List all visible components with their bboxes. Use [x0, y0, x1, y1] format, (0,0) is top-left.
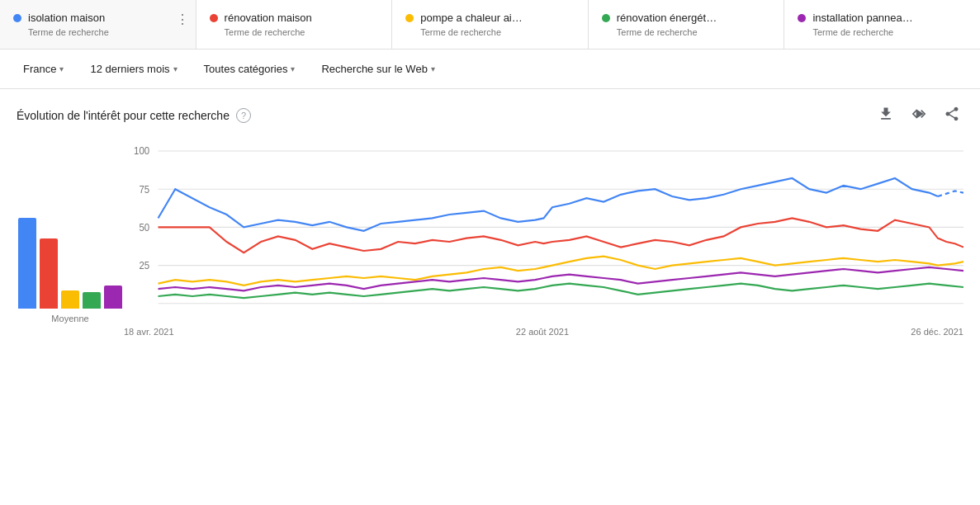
filter-type[interactable]: Recherche sur le Web ▾: [311, 58, 444, 80]
x-label-1: 18 avr. 2021: [124, 327, 174, 337]
term-label-4: Terme de recherche: [617, 27, 771, 37]
average-label: Moyenne: [51, 314, 88, 323]
embed-button[interactable]: [907, 102, 930, 129]
x-label-3: 26 déc. 2021: [911, 327, 963, 337]
term-name-5: installation pannea…: [812, 12, 912, 24]
share-button[interactable]: [940, 102, 963, 129]
term-label-3: Terme de recherche: [420, 27, 575, 37]
chevron-country: ▾: [59, 64, 64, 73]
search-term-item-4[interactable]: rénovation énergét… Terme de recherche: [589, 0, 785, 49]
search-term-item-2[interactable]: rénovation maison Terme de recherche: [196, 0, 393, 49]
chart-left: Moyenne: [17, 142, 124, 340]
term-label-1: Terme de recherche: [28, 27, 182, 37]
chart-area: Moyenne 100 75 50 25: [17, 142, 963, 340]
filter-period[interactable]: 12 derniers mois ▾: [80, 58, 187, 80]
svg-text:25: 25: [139, 260, 149, 271]
search-term-item-1[interactable]: isolation maison Terme de recherche ⋮: [0, 0, 196, 49]
filter-country[interactable]: France ▾: [13, 58, 73, 80]
mini-bar-3: [61, 290, 79, 309]
filter-category[interactable]: Toutes catégories ▾: [194, 58, 305, 80]
dot-3: [405, 14, 414, 22]
mini-bar-2: [40, 238, 58, 309]
svg-text:100: 100: [134, 145, 149, 156]
filter-type-label: Recherche sur le Web: [321, 63, 427, 75]
filter-category-label: Toutes catégories: [204, 63, 288, 75]
download-button[interactable]: [874, 102, 897, 129]
filter-country-label: France: [23, 63, 56, 75]
mini-bar-4: [83, 292, 101, 309]
term-label-5: Terme de recherche: [812, 27, 967, 37]
filter-period-label: 12 derniers mois: [90, 63, 169, 75]
chart-title-row: Évolution de l'intérêt pour cette recher…: [17, 108, 251, 123]
more-icon-1[interactable]: ⋮: [176, 12, 189, 27]
term-name-2: rénovation maison: [225, 12, 312, 24]
dot-4: [602, 14, 610, 22]
x-labels: 18 avr. 2021 22 août 2021 26 déc. 2021: [124, 323, 963, 337]
chart-title: Évolution de l'intérêt pour cette recher…: [17, 109, 230, 122]
line-chart-svg: 100 75 50 25: [124, 142, 963, 323]
dot-1: [13, 14, 21, 22]
svg-text:75: 75: [139, 183, 149, 194]
svg-text:50: 50: [139, 221, 149, 232]
help-icon[interactable]: ?: [236, 108, 251, 123]
chevron-period: ▾: [173, 64, 178, 73]
chart-svg-container: 100 75 50 25: [124, 142, 963, 323]
search-term-item-5[interactable]: installation pannea… Terme de recherche: [784, 0, 980, 49]
dot-2: [210, 14, 218, 22]
search-term-item-3[interactable]: pompe a chaleur ai… Terme de recherche: [392, 0, 589, 49]
term-name-4: rénovation énergét…: [617, 12, 717, 24]
chevron-type: ▾: [431, 64, 435, 73]
chart-section: Évolution de l'intérêt pour cette recher…: [0, 89, 980, 353]
chevron-category: ▾: [291, 64, 295, 73]
chart-header: Évolution de l'intérêt pour cette recher…: [17, 102, 963, 129]
chart-right: 100 75 50 25: [124, 142, 963, 340]
search-terms-bar: isolation maison Terme de recherche ⋮ ré…: [0, 0, 980, 50]
mini-bar-1: [18, 218, 36, 309]
dot-5: [798, 14, 806, 22]
term-label-2: Terme de recherche: [225, 27, 379, 37]
filter-bar: France ▾ 12 derniers mois ▾ Toutes catég…: [0, 50, 980, 89]
chart-actions: [874, 102, 963, 129]
x-label-2: 22 août 2021: [516, 327, 569, 337]
mini-bar-chart: [18, 201, 122, 309]
mini-bar-5: [104, 286, 122, 309]
term-name-3: pompe a chaleur ai…: [420, 12, 523, 24]
term-name-1: isolation maison: [28, 12, 105, 24]
